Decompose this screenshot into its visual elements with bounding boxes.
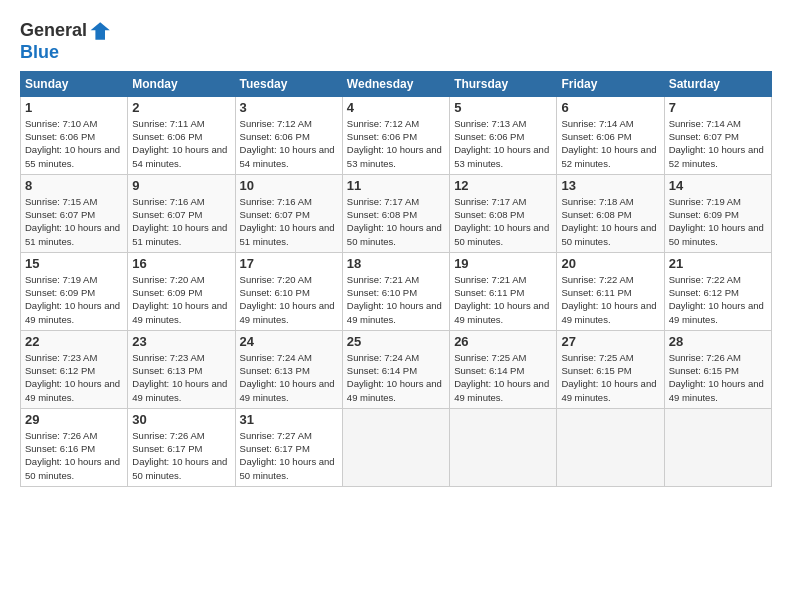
col-header-monday: Monday <box>128 71 235 96</box>
calendar-cell: 14Sunrise: 7:19 AMSunset: 6:09 PMDayligh… <box>664 174 771 252</box>
col-header-wednesday: Wednesday <box>342 71 449 96</box>
week-row-1: 1Sunrise: 7:10 AMSunset: 6:06 PMDaylight… <box>21 96 772 174</box>
calendar-cell: 6Sunrise: 7:14 AMSunset: 6:06 PMDaylight… <box>557 96 664 174</box>
logo-icon <box>89 19 113 43</box>
calendar-cell: 12Sunrise: 7:17 AMSunset: 6:08 PMDayligh… <box>450 174 557 252</box>
calendar-cell: 24Sunrise: 7:24 AMSunset: 6:13 PMDayligh… <box>235 330 342 408</box>
calendar-cell: 26Sunrise: 7:25 AMSunset: 6:14 PMDayligh… <box>450 330 557 408</box>
page-container: General Blue SundayMondayTuesdayWednesda… <box>0 0 792 497</box>
col-header-tuesday: Tuesday <box>235 71 342 96</box>
calendar-cell: 25Sunrise: 7:24 AMSunset: 6:14 PMDayligh… <box>342 330 449 408</box>
week-row-2: 8Sunrise: 7:15 AMSunset: 6:07 PMDaylight… <box>21 174 772 252</box>
calendar-cell: 31Sunrise: 7:27 AMSunset: 6:17 PMDayligh… <box>235 408 342 486</box>
calendar-cell: 15Sunrise: 7:19 AMSunset: 6:09 PMDayligh… <box>21 252 128 330</box>
calendar-cell <box>342 408 449 486</box>
calendar-cell: 23Sunrise: 7:23 AMSunset: 6:13 PMDayligh… <box>128 330 235 408</box>
calendar-cell: 1Sunrise: 7:10 AMSunset: 6:06 PMDaylight… <box>21 96 128 174</box>
calendar-cell: 27Sunrise: 7:25 AMSunset: 6:15 PMDayligh… <box>557 330 664 408</box>
header: General Blue <box>20 15 772 63</box>
logo-text: General <box>20 21 87 41</box>
calendar-cell: 5Sunrise: 7:13 AMSunset: 6:06 PMDaylight… <box>450 96 557 174</box>
week-row-4: 22Sunrise: 7:23 AMSunset: 6:12 PMDayligh… <box>21 330 772 408</box>
calendar-cell <box>557 408 664 486</box>
logo-blue-text: Blue <box>20 43 113 63</box>
col-header-saturday: Saturday <box>664 71 771 96</box>
calendar-cell: 22Sunrise: 7:23 AMSunset: 6:12 PMDayligh… <box>21 330 128 408</box>
calendar-cell: 4Sunrise: 7:12 AMSunset: 6:06 PMDaylight… <box>342 96 449 174</box>
calendar-cell <box>664 408 771 486</box>
calendar-cell: 16Sunrise: 7:20 AMSunset: 6:09 PMDayligh… <box>128 252 235 330</box>
col-header-thursday: Thursday <box>450 71 557 96</box>
calendar-cell: 3Sunrise: 7:12 AMSunset: 6:06 PMDaylight… <box>235 96 342 174</box>
calendar-cell: 8Sunrise: 7:15 AMSunset: 6:07 PMDaylight… <box>21 174 128 252</box>
calendar-cell: 17Sunrise: 7:20 AMSunset: 6:10 PMDayligh… <box>235 252 342 330</box>
calendar-cell: 29Sunrise: 7:26 AMSunset: 6:16 PMDayligh… <box>21 408 128 486</box>
calendar-cell: 30Sunrise: 7:26 AMSunset: 6:17 PMDayligh… <box>128 408 235 486</box>
week-row-5: 29Sunrise: 7:26 AMSunset: 6:16 PMDayligh… <box>21 408 772 486</box>
calendar-cell: 21Sunrise: 7:22 AMSunset: 6:12 PMDayligh… <box>664 252 771 330</box>
svg-marker-0 <box>91 22 110 40</box>
calendar-cell: 11Sunrise: 7:17 AMSunset: 6:08 PMDayligh… <box>342 174 449 252</box>
col-header-friday: Friday <box>557 71 664 96</box>
calendar-cell: 7Sunrise: 7:14 AMSunset: 6:07 PMDaylight… <box>664 96 771 174</box>
calendar-cell: 19Sunrise: 7:21 AMSunset: 6:11 PMDayligh… <box>450 252 557 330</box>
calendar-cell: 13Sunrise: 7:18 AMSunset: 6:08 PMDayligh… <box>557 174 664 252</box>
calendar-cell: 28Sunrise: 7:26 AMSunset: 6:15 PMDayligh… <box>664 330 771 408</box>
calendar-cell: 9Sunrise: 7:16 AMSunset: 6:07 PMDaylight… <box>128 174 235 252</box>
calendar-cell: 10Sunrise: 7:16 AMSunset: 6:07 PMDayligh… <box>235 174 342 252</box>
calendar-cell: 20Sunrise: 7:22 AMSunset: 6:11 PMDayligh… <box>557 252 664 330</box>
logo: General Blue <box>20 19 113 63</box>
week-row-3: 15Sunrise: 7:19 AMSunset: 6:09 PMDayligh… <box>21 252 772 330</box>
calendar-cell: 2Sunrise: 7:11 AMSunset: 6:06 PMDaylight… <box>128 96 235 174</box>
calendar-table: SundayMondayTuesdayWednesdayThursdayFrid… <box>20 71 772 487</box>
calendar-cell <box>450 408 557 486</box>
col-header-sunday: Sunday <box>21 71 128 96</box>
calendar-cell: 18Sunrise: 7:21 AMSunset: 6:10 PMDayligh… <box>342 252 449 330</box>
